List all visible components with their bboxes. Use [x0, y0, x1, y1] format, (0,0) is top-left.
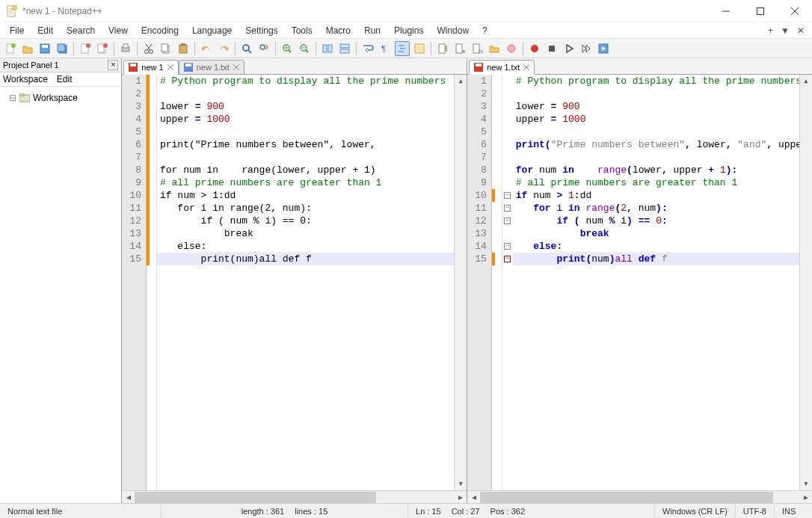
menu-help[interactable]: ?	[476, 24, 494, 37]
wordwrap-icon[interactable]	[360, 41, 375, 56]
folder-icon[interactable]	[487, 41, 502, 56]
close-file-icon[interactable]	[78, 41, 93, 56]
svg-rect-41	[328, 45, 332, 52]
svg-rect-21	[123, 44, 128, 48]
sync-v-icon[interactable]	[320, 41, 335, 56]
save-icon[interactable]	[37, 41, 52, 56]
svg-point-22	[145, 49, 149, 53]
tree-root-node[interactable]: ⊟ Workspace	[4, 93, 117, 103]
right-code-body[interactable]: # Python program to display all the prim…	[513, 75, 799, 490]
svg-rect-62	[130, 64, 136, 67]
disk-unsaved-icon	[474, 63, 483, 72]
new-file-icon[interactable]	[3, 41, 18, 56]
undo-icon[interactable]	[199, 41, 214, 56]
statusbar: Normal text file length : 361lines : 15 …	[0, 503, 812, 518]
left-vscroll[interactable]: ▴▾	[454, 75, 467, 490]
allchars-icon[interactable]: ¶	[378, 41, 393, 56]
menu-file[interactable]: File	[3, 24, 31, 37]
left-code-body[interactable]: # Python program to display all the prim…	[157, 75, 454, 490]
redo-icon[interactable]	[216, 41, 231, 56]
menu-settings[interactable]: Settings	[239, 24, 284, 37]
svg-rect-14	[58, 44, 65, 52]
maximize-button[interactable]	[743, 0, 778, 22]
cut-icon[interactable]	[141, 41, 156, 56]
tab-new1txt-right[interactable]: new 1.txt	[469, 60, 535, 75]
paste-icon[interactable]	[176, 41, 191, 56]
zoom-out-icon[interactable]	[297, 41, 312, 56]
status-eol: Windows (CR LF)	[655, 504, 736, 518]
tree-expand-icon[interactable]: ⊟	[9, 93, 16, 103]
toolbar-plus-icon[interactable]: +	[768, 25, 773, 36]
doc-map-icon[interactable]	[435, 41, 450, 56]
zoom-in-icon[interactable]	[280, 41, 295, 56]
menubar: File Edit Search View Encoding Language …	[0, 22, 812, 39]
tab-label: new 1.txt	[197, 63, 230, 72]
tree-root-label: Workspace	[33, 93, 78, 103]
menu-tools[interactable]: Tools	[285, 24, 319, 37]
disk-unsaved-icon	[129, 63, 138, 72]
doc-list-icon[interactable]	[452, 41, 467, 56]
project-menu-workspace[interactable]: Workspace	[3, 74, 48, 84]
tab-close-icon[interactable]	[523, 64, 529, 70]
menu-view[interactable]: View	[102, 24, 135, 37]
left-hscroll[interactable]: ◂▸	[122, 490, 467, 503]
udl-icon[interactable]	[412, 41, 427, 56]
menu-macro[interactable]: Macro	[319, 24, 357, 37]
print-icon[interactable]	[118, 41, 133, 56]
tab-new1[interactable]: new 1	[123, 60, 178, 75]
svg-point-10	[11, 43, 16, 48]
indent-guide-icon[interactable]	[395, 41, 410, 56]
savemacro-icon[interactable]	[596, 41, 611, 56]
menu-search[interactable]: Search	[60, 24, 102, 37]
sync-h-icon[interactable]	[337, 41, 352, 56]
svg-rect-48	[415, 44, 424, 53]
right-code-area[interactable]: 123456789101112131415 −−−−− # Python pro…	[467, 75, 812, 490]
find-icon[interactable]	[239, 41, 254, 56]
right-tabbar: new 1.txt	[467, 58, 812, 75]
svg-point-16	[86, 43, 90, 48]
svg-rect-12	[42, 45, 48, 48]
playmulti-icon[interactable]	[579, 41, 594, 56]
menu-window[interactable]: Window	[430, 24, 476, 37]
menu-encoding[interactable]: Encoding	[135, 24, 185, 37]
status-pos: Ln : 15Col : 27Pos : 362	[408, 504, 655, 518]
menu-run[interactable]: Run	[357, 24, 387, 37]
tab-close-icon[interactable]	[233, 64, 239, 70]
svg-point-32	[260, 45, 265, 49]
svg-rect-49	[439, 44, 445, 53]
right-vscroll[interactable]: ▴▾	[799, 75, 812, 490]
tab-new1txt[interactable]: new 1.txt	[179, 60, 244, 75]
copy-icon[interactable]	[159, 41, 173, 56]
save-all-icon[interactable]	[55, 41, 70, 56]
svg-rect-1	[13, 5, 16, 10]
tab-close-icon[interactable]	[167, 64, 173, 70]
menu-edit[interactable]: Edit	[31, 24, 60, 37]
project-panel-title: Project Panel 1 ×	[0, 58, 121, 73]
monitor-icon[interactable]	[504, 41, 519, 56]
play-icon[interactable]	[562, 41, 576, 56]
svg-rect-43	[340, 49, 349, 53]
window-title: *new 1 - Notepad++	[22, 6, 102, 16]
right-hscroll[interactable]: ◂▸	[467, 490, 812, 503]
minimize-button[interactable]	[709, 0, 743, 22]
right-fold-column[interactable]: −−−−−	[502, 75, 513, 490]
stop-icon[interactable]	[544, 41, 559, 56]
record-icon[interactable]	[527, 41, 542, 56]
close-button[interactable]	[778, 0, 812, 22]
svg-rect-50	[446, 46, 447, 52]
menu-language[interactable]: Language	[185, 24, 239, 37]
app-icon	[6, 5, 18, 17]
menu-plugins[interactable]: Plugins	[387, 24, 430, 37]
project-menu-edit[interactable]: Edit	[57, 74, 73, 84]
toolbar-x-icon[interactable]: ✕	[797, 25, 805, 36]
toolbar-dropdown-icon[interactable]: ▼	[781, 25, 790, 36]
svg-rect-40	[323, 45, 327, 52]
open-file-icon[interactable]	[20, 41, 35, 56]
left-gutter: 123456789101112131415	[122, 75, 147, 490]
close-all-icon[interactable]	[95, 41, 110, 56]
project-tree[interactable]: ⊟ Workspace	[0, 87, 121, 109]
func-list-icon[interactable]: fx	[470, 41, 485, 56]
left-code-area[interactable]: 123456789101112131415 # Python program t…	[122, 75, 467, 490]
project-panel-close-icon[interactable]: ×	[108, 60, 118, 70]
replace-icon[interactable]	[256, 41, 271, 56]
